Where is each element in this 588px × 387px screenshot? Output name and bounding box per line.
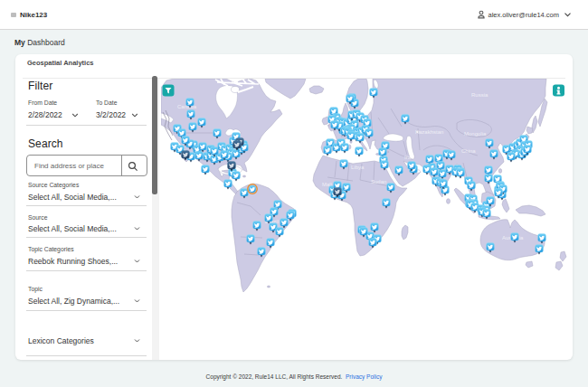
svg-text:Sudan: Sudan: [371, 179, 386, 184]
svg-text:Kazakhstan: Kazakhstan: [415, 129, 443, 135]
svg-text:Iran: Iran: [404, 155, 413, 160]
svg-text:Mongolia: Mongolia: [464, 131, 487, 137]
svg-text:China: China: [461, 148, 476, 154]
svg-text:Libya: Libya: [351, 165, 365, 170]
svg-text:Russia: Russia: [471, 92, 488, 98]
